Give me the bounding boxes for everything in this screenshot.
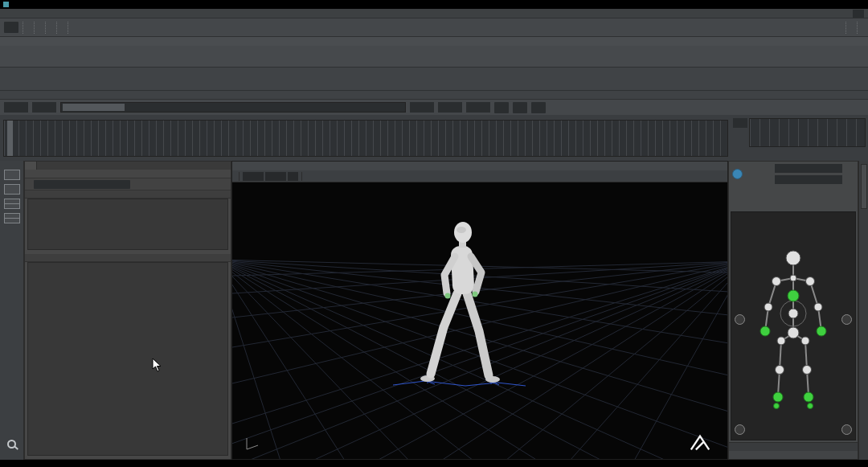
range-slider[interactable] — [60, 102, 406, 113]
animation-end-field[interactable] — [410, 102, 434, 113]
timeline-area — [0, 115, 868, 161]
bottom-bar — [0, 460, 868, 467]
autodesk-logo-mark — [689, 433, 711, 453]
source-select[interactable] — [775, 175, 842, 184]
scene-3d[interactable] — [232, 182, 727, 459]
docked-panel-strip[interactable] — [858, 161, 868, 460]
separator — [34, 22, 37, 34]
color-management-select[interactable] — [288, 172, 298, 181]
layout-two-pane-button[interactable] — [4, 184, 20, 195]
character-icon — [732, 169, 743, 179]
body-part-picker[interactable] — [731, 211, 856, 440]
playback-end-field[interactable] — [438, 102, 462, 113]
toolbar-gap — [0, 91, 868, 100]
picker-expand-bottom-left-button[interactable] — [735, 424, 745, 435]
layout-horizontal-button[interactable] — [4, 199, 20, 209]
separator — [23, 22, 26, 34]
humanik-controls-body — [729, 451, 858, 459]
character-select[interactable] — [775, 164, 842, 173]
autodesk-logo — [689, 433, 716, 453]
range-slider-handle[interactable] — [63, 104, 125, 111]
character-controls-panel — [728, 161, 858, 460]
clip-list-header — [25, 254, 231, 262]
character-list-header — [25, 190, 231, 199]
star-icon[interactable] — [833, 187, 843, 197]
motion-trail — [393, 375, 526, 386]
range-slider-bar — [0, 100, 868, 115]
layout-single-button[interactable] — [4, 170, 20, 180]
user-icon — [825, 22, 837, 34]
fps-select[interactable] — [531, 102, 546, 113]
separator — [56, 22, 59, 34]
workspace-selector-group — [834, 7, 868, 19]
workspace-select[interactable] — [853, 10, 864, 18]
timeline-right-group — [733, 117, 866, 147]
viewport-canvas[interactable] — [232, 182, 727, 459]
humanik-tool-row — [729, 186, 858, 199]
separator — [857, 22, 860, 34]
separator — [845, 22, 849, 34]
shelf-tab-bar — [0, 37, 868, 46]
collapsed-panel-tab[interactable] — [861, 164, 867, 209]
humanik-controls-header[interactable] — [729, 442, 858, 451]
mode-row — [25, 178, 231, 190]
status-right-group — [825, 22, 864, 34]
character-mesh — [420, 222, 500, 383]
tab-subscene-editor[interactable] — [25, 162, 37, 170]
viewport-toolbar — [232, 170, 727, 182]
status-line — [0, 18, 868, 37]
menu-icon[interactable] — [845, 163, 854, 173]
workspace-grid-icon[interactable] — [834, 7, 846, 19]
mouse-cursor — [152, 358, 162, 372]
mini-current-field[interactable] — [733, 118, 747, 128]
separator — [68, 22, 71, 34]
menu-set-selector[interactable] — [4, 22, 18, 33]
humanik-tabs — [731, 200, 856, 210]
playback-start-field[interactable] — [4, 102, 28, 113]
mini-time-ruler[interactable] — [749, 118, 866, 147]
tool-box — [0, 161, 24, 460]
character-set-select[interactable] — [494, 102, 509, 113]
subscene-menu-bar — [25, 170, 231, 178]
viewport-panel — [231, 161, 728, 460]
menu-bar — [0, 9, 868, 18]
anim-layer-select[interactable] — [513, 102, 527, 113]
character-header-row — [729, 162, 858, 186]
layout-four-pane-button[interactable] — [4, 213, 20, 223]
separator — [239, 172, 240, 181]
humanik-body-map — [733, 241, 854, 412]
exposure-field[interactable] — [243, 172, 264, 181]
subscene-editor-panel — [24, 161, 231, 460]
mode-select[interactable] — [34, 180, 130, 189]
current-frame-field[interactable] — [466, 102, 490, 113]
magnifier-icon[interactable] — [7, 440, 16, 449]
custom-toolbar — [0, 68, 868, 91]
close-icon[interactable] — [845, 174, 854, 184]
time-ruler[interactable] — [3, 120, 728, 157]
gamma-field[interactable] — [265, 172, 286, 181]
separator — [45, 22, 48, 34]
picker-expand-bottom-right-button[interactable] — [841, 424, 852, 435]
shelf-icon-row — [0, 46, 868, 68]
maya-window — [0, 0, 868, 467]
animation-start-field[interactable] — [32, 102, 56, 113]
app-icon — [3, 2, 9, 7]
close-icon[interactable] — [845, 187, 854, 197]
animation-clip-list — [27, 262, 228, 456]
panel-tab-strip — [25, 162, 231, 170]
character-list — [27, 199, 228, 250]
current-frame-marker[interactable] — [7, 121, 13, 156]
title-bar — [0, 0, 868, 9]
viewport-menu-bar — [232, 162, 727, 170]
view-axis — [247, 438, 258, 449]
separator — [301, 172, 302, 181]
